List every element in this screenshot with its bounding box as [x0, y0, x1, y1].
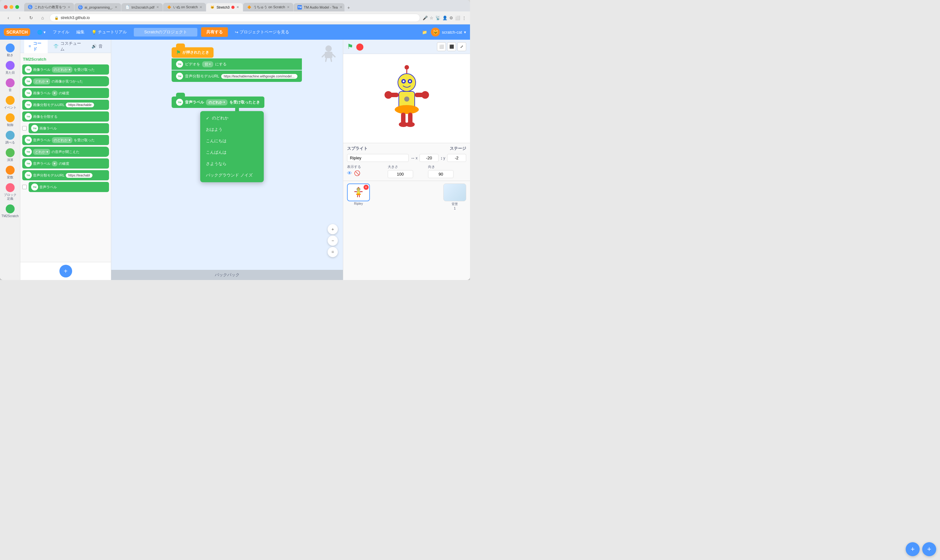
tab-costume[interactable]: 👕 コスチューム: [49, 40, 86, 54]
zoom-out-button[interactable]: −: [328, 235, 338, 246]
back-button[interactable]: ‹: [4, 13, 13, 22]
image-found-dropdown[interactable]: どれか ▾: [33, 78, 50, 85]
dropdown-item-konnichiha[interactable]: こんにちは: [200, 135, 264, 147]
y-coord-input[interactable]: [447, 154, 466, 162]
nav-file[interactable]: ファイル: [49, 27, 73, 37]
block-audio-label-only[interactable]: TM 音声ラベル: [29, 182, 109, 192]
folder-icon[interactable]: 📁: [422, 30, 427, 35]
green-flag-button[interactable]: ⚑: [347, 43, 353, 51]
user-menu[interactable]: 🐱 scratch-cat ▾: [431, 28, 466, 37]
profile-icon[interactable]: 👤: [442, 15, 448, 20]
new-tab-button[interactable]: +: [345, 4, 352, 11]
block-image-model-url[interactable]: TM 画像分類モデルURL https://teachable: [22, 100, 109, 110]
video-block[interactable]: TM ビデオを 切 ▾ にする: [171, 58, 302, 70]
tab-close-icon[interactable]: ✕: [115, 5, 117, 9]
direction-input[interactable]: [428, 170, 454, 178]
size-input[interactable]: [388, 170, 413, 178]
tab-ai-programming[interactable]: G ai_programming_. ✕: [74, 3, 121, 11]
backpack[interactable]: バックパック: [111, 270, 343, 280]
audio-model-url-block[interactable]: TM 音声分類モデルURL https://teachablemachine.w…: [171, 71, 302, 82]
category-control[interactable]: 制御: [1, 112, 19, 128]
tab-sound[interactable]: 🔊 音: [87, 42, 107, 51]
block-image-label-degree[interactable]: TM 画像ラベル ▾ の確度: [22, 88, 109, 98]
tab-tm-audio-model[interactable]: TM TM Audio Model - Tea ✕: [293, 3, 344, 11]
audio-label-checkbox[interactable]: [22, 185, 27, 189]
audio-event-dropdown[interactable]: のどれか ▾: [206, 99, 227, 105]
tab-close-icon[interactable]: ✕: [156, 5, 159, 9]
category-tm2scratch[interactable]: TM2Scratch: [1, 203, 19, 219]
audio-found-dropdown[interactable]: どれか ▾: [33, 149, 50, 155]
tab-uchu-scratch[interactable]: 🔶 うちゅう on Scratch ✕: [243, 3, 293, 11]
tab-tm2scratch-pdf[interactable]: 📄 tm2scratch.pdf ✕: [121, 3, 163, 11]
home-button[interactable]: ⌂: [38, 13, 47, 22]
category-looks[interactable]: 見た目: [1, 60, 19, 76]
reset-zoom-button[interactable]: =: [328, 247, 338, 257]
image-degree-dropdown[interactable]: ▾: [52, 91, 57, 96]
block-classify-image[interactable]: TM 画像を分類する: [22, 111, 109, 122]
bookmark-icon[interactable]: ☆: [430, 15, 434, 20]
category-sound[interactable]: 音: [1, 77, 19, 93]
category-myblocks[interactable]: ブロック定義: [1, 182, 19, 202]
code-canvas-area[interactable]: ⚑ が押されたとき TM ビデオを 切 ▾ にする: [111, 40, 343, 276]
share-button[interactable]: 共有する: [201, 27, 228, 37]
x-coord-input[interactable]: [420, 154, 438, 162]
category-motion[interactable]: 動き: [1, 42, 19, 58]
sprite-delete-button[interactable]: ✕: [364, 185, 369, 190]
dropdown-item-background-noise[interactable]: バックグラウンド ノイズ: [200, 169, 264, 181]
settings-icon[interactable]: ⚙: [449, 15, 453, 20]
block-audio-model-url[interactable]: TM 音声分類モデルURL https://teachabl: [22, 170, 109, 180]
sprite-thumb-ripley[interactable]: ✕: [347, 183, 370, 201]
tab-close-icon[interactable]: ✕: [340, 5, 342, 9]
cast-icon[interactable]: 📡: [435, 15, 440, 20]
block-audio-label-degree[interactable]: TM 音声ラベル ▾ の確度: [22, 158, 109, 169]
block-image-label-event[interactable]: TM 画像ラベル のどれか ▾ を受け取った: [22, 65, 109, 75]
tab-code[interactable]: ≡ コード: [24, 40, 48, 54]
stage-thumb[interactable]: [443, 183, 466, 201]
category-events[interactable]: イベント: [1, 95, 19, 111]
tab-close-icon[interactable]: ✕: [68, 5, 70, 9]
flag-hat-block[interactable]: ⚑ が押されたとき: [171, 46, 213, 58]
stage-size-medium[interactable]: ⬛: [447, 42, 456, 51]
block-image-found[interactable]: TM どれか ▾ の画像が見つかった: [22, 76, 109, 86]
stop-button[interactable]: ⬤: [356, 43, 364, 51]
audio-label-event-block[interactable]: TM 音声ラベル のどれか ▾ を受け取ったとき: [171, 97, 264, 108]
microphone-icon[interactable]: 🎤: [423, 15, 428, 20]
stage-size-small[interactable]: ⬜: [437, 42, 446, 51]
maximize-button[interactable]: [15, 5, 19, 9]
tab-inu-scratch[interactable]: 🔶 いぬ on Scratch ✕: [163, 3, 206, 11]
audio-degree-dropdown[interactable]: ▾: [52, 161, 57, 166]
stage-size-full[interactable]: ⤢: [457, 42, 466, 51]
image-label-checkbox[interactable]: [22, 126, 27, 131]
nav-tutorial[interactable]: 💡 チュートリアル: [88, 27, 130, 37]
dropdown-item-sayonara[interactable]: さようなら: [200, 158, 264, 169]
more-icon[interactable]: ⋮: [462, 15, 466, 20]
dropdown-item-ohayo[interactable]: おはよう: [200, 124, 264, 135]
flag-pressed-block[interactable]: ⚑ が押されたとき: [171, 47, 213, 58]
block-image-label-only[interactable]: TM 画像ラベル: [29, 123, 109, 133]
tab-stretch3[interactable]: 🐱 Stretch3 ✕: [206, 3, 243, 11]
audio-label-dropdown[interactable]: のどれか ▾: [52, 137, 73, 143]
tab-korekara[interactable]: G これからの教育をつ ✕: [24, 3, 74, 11]
tab-close-icon[interactable]: ✕: [287, 5, 290, 9]
minimize-button[interactable]: [9, 5, 13, 9]
category-sensing[interactable]: 調べる: [1, 129, 19, 146]
tab-close-icon[interactable]: ✕: [236, 5, 239, 9]
dropdown-item-konbanha[interactable]: こんばんは: [200, 147, 264, 158]
forward-button[interactable]: ›: [15, 13, 24, 22]
dropdown-item-nodoreka[interactable]: ✓ のどれか: [200, 112, 264, 124]
audio-url-input[interactable]: https://teachablemachine.withgoogle.com/…: [221, 74, 298, 79]
category-operators[interactable]: 演算: [1, 147, 19, 163]
scratch-logo[interactable]: SCRATCH: [4, 28, 30, 36]
tab-close-icon[interactable]: ✕: [199, 5, 202, 9]
add-extension-button[interactable]: +: [59, 265, 72, 277]
category-variables[interactable]: 変数: [1, 165, 19, 181]
eye-show-button[interactable]: 👁: [347, 171, 352, 176]
block-audio-label-event[interactable]: TM 音声ラベル のどれか ▾ を受け取った: [22, 135, 109, 145]
sprite-name-input[interactable]: [347, 154, 409, 162]
eye-hide-button[interactable]: 🚫: [354, 170, 360, 176]
nav-edit[interactable]: 編集: [73, 27, 88, 37]
address-bar[interactable]: 🔒 stretch3.github.io: [49, 14, 420, 22]
project-page-button[interactable]: ↪ プロジェクトページを見る: [232, 27, 292, 37]
zoom-in-button[interactable]: +: [328, 224, 338, 234]
block-audio-found[interactable]: TM どれか ▾ の音声が聞こえた: [22, 147, 109, 157]
